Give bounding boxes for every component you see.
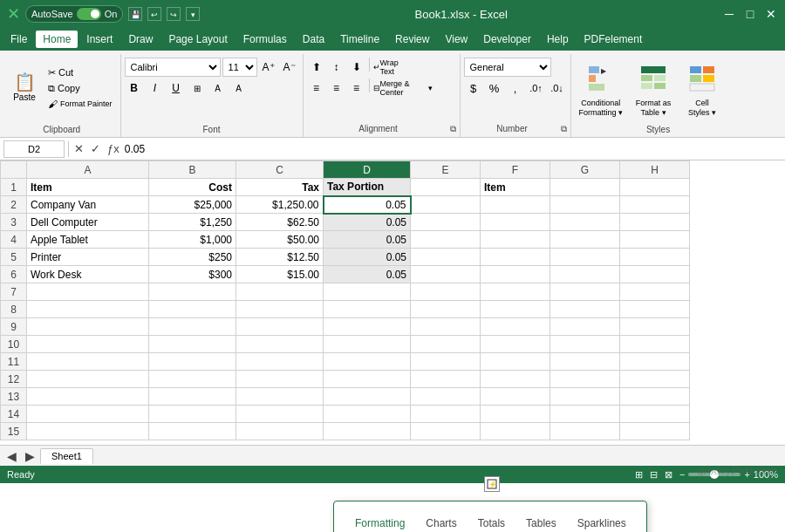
col-header-E[interactable]: E [411, 161, 481, 179]
cell-A3[interactable]: Dell Computer [27, 214, 149, 231]
cancel-formula-icon[interactable]: ✕ [72, 140, 85, 157]
cell-E1[interactable] [411, 179, 481, 196]
cell-E5[interactable] [411, 249, 481, 266]
cell-G5[interactable] [550, 249, 620, 266]
cell-H6[interactable] [620, 266, 690, 283]
row-header-7[interactable]: 7 [1, 283, 27, 301]
cell-H5[interactable] [620, 249, 690, 266]
number-launcher-icon[interactable]: ⧉ [561, 124, 567, 134]
menu-data[interactable]: Data [296, 31, 331, 48]
decrease-font-button[interactable]: A⁻ [280, 58, 299, 77]
copy-button[interactable]: ⧉ Copy [44, 81, 117, 96]
comma-button[interactable]: , [506, 78, 525, 98]
cell-B2[interactable]: $25,000 [149, 196, 236, 214]
row-header-9[interactable]: 9 [1, 318, 27, 336]
paste-button[interactable]: 📋 Paste [7, 62, 42, 114]
confirm-formula-icon[interactable]: ✓ [89, 140, 102, 157]
cell-E2[interactable] [411, 196, 481, 214]
cell-H3[interactable] [620, 214, 690, 231]
cell-F2[interactable] [481, 196, 550, 214]
quick-analysis-button[interactable]: ⚡ [484, 476, 500, 492]
align-bottom-button[interactable]: ⬇ [347, 58, 366, 77]
menu-pdfelement[interactable]: PDFelement [577, 31, 650, 48]
align-center-button[interactable]: ≡ [327, 78, 346, 98]
insert-function-icon[interactable]: ƒx [106, 140, 121, 157]
cell-D5[interactable]: 0.05 [324, 249, 411, 266]
cell-E6[interactable] [411, 266, 481, 283]
conditional-formatting-button[interactable]: ▶ ConditionalFormatting ▾ [575, 58, 628, 120]
row-header-5[interactable]: 5 [1, 249, 27, 266]
row-header-13[interactable]: 13 [1, 388, 27, 406]
font-name-selector[interactable]: Calibri [125, 58, 221, 77]
percent-button[interactable]: % [485, 78, 504, 98]
col-header-H[interactable]: H [620, 161, 690, 179]
row-header-11[interactable]: 11 [1, 353, 27, 371]
spreadsheet-container[interactable]: A B C D E F G H 1 Item Cost Tax Tax Por [0, 160, 785, 483]
cell-H4[interactable] [620, 231, 690, 249]
cell-C3[interactable]: $62.50 [236, 214, 324, 231]
cell-A7[interactable] [27, 283, 149, 301]
col-header-G[interactable]: G [550, 161, 620, 179]
sheet-tab-sheet1[interactable]: Sheet1 [40, 448, 93, 464]
minimize-button[interactable]: ─ [722, 7, 736, 21]
cell-G3[interactable] [550, 214, 620, 231]
align-right-button[interactable]: ≡ [347, 78, 366, 98]
decrease-decimal-button[interactable]: .0↓ [548, 78, 567, 98]
undo-icon[interactable]: ↩ [147, 7, 161, 21]
col-header-D[interactable]: D [324, 161, 411, 179]
cell-C2[interactable]: $1,250.00 [236, 196, 324, 214]
menu-formulas[interactable]: Formulas [236, 31, 294, 48]
maximize-button[interactable]: □ [743, 7, 757, 21]
cell-B1[interactable]: Cost [149, 179, 236, 196]
cell-D1[interactable]: Tax Portion [324, 179, 411, 196]
cell-G2[interactable] [550, 196, 620, 214]
save-icon[interactable]: 💾 [128, 7, 142, 21]
fill-color-button[interactable]: A [208, 78, 228, 98]
format-as-table-button[interactable]: Format asTable ▾ [631, 58, 676, 120]
row-header-15[interactable]: 15 [1, 423, 27, 440]
cell-E3[interactable] [411, 214, 481, 231]
cell-F5[interactable] [481, 249, 550, 266]
tab-nav-right[interactable]: ▶ [22, 447, 38, 465]
cell-B6[interactable]: $300 [149, 266, 236, 283]
cell-A4[interactable]: Apple Tablet [27, 231, 149, 249]
increase-font-button[interactable]: A⁺ [259, 58, 278, 77]
cell-F1[interactable]: Item [481, 179, 550, 196]
menu-view[interactable]: View [438, 31, 474, 48]
cell-B5[interactable]: $250 [149, 249, 236, 266]
row-header-1[interactable]: 1 [1, 179, 27, 196]
merge-center-button[interactable]: ⊟ Merge & Center ▾ [372, 78, 433, 98]
row-header-2[interactable]: 2 [1, 196, 27, 214]
col-header-F[interactable]: F [481, 161, 550, 179]
cell-C4[interactable]: $50.00 [236, 231, 324, 249]
autosave-badge[interactable]: AutoSave On [25, 5, 123, 23]
menu-home[interactable]: Home [36, 31, 78, 48]
border-button[interactable]: ⊞ [188, 78, 207, 98]
align-left-button[interactable]: ≡ [307, 78, 326, 98]
qa-tab-sparklines[interactable]: Sparklines [567, 512, 637, 532]
row-header-8[interactable]: 8 [1, 301, 27, 318]
align-middle-button[interactable]: ↕ [327, 58, 346, 77]
redo-icon[interactable]: ↪ [167, 7, 181, 21]
qa-tab-totals[interactable]: Totals [468, 512, 515, 532]
cell-B4[interactable]: $1,000 [149, 231, 236, 249]
row-header-4[interactable]: 4 [1, 231, 27, 249]
wrap-text-button[interactable]: ↵ Wrap Text [372, 58, 416, 77]
view-normal-icon[interactable]: ⊞ [635, 469, 643, 481]
increase-decimal-button[interactable]: .0↑ [527, 78, 546, 98]
alignment-launcher-icon[interactable]: ⧉ [450, 124, 456, 134]
close-button[interactable]: ✕ [764, 7, 778, 21]
cell-G1[interactable] [550, 179, 620, 196]
row-header-3[interactable]: 3 [1, 214, 27, 231]
cell-D4[interactable]: 0.05 [324, 231, 411, 249]
col-header-C[interactable]: C [236, 161, 324, 179]
cell-E4[interactable] [411, 231, 481, 249]
formula-input[interactable] [125, 140, 782, 158]
align-top-button[interactable]: ⬆ [307, 58, 326, 77]
menu-file[interactable]: File [3, 31, 34, 48]
cell-G6[interactable] [550, 266, 620, 283]
menu-review[interactable]: Review [388, 31, 436, 48]
cell-A2[interactable]: Company Van [27, 196, 149, 214]
view-page-layout-icon[interactable]: ⊟ [650, 469, 658, 481]
row-header-12[interactable]: 12 [1, 371, 27, 388]
